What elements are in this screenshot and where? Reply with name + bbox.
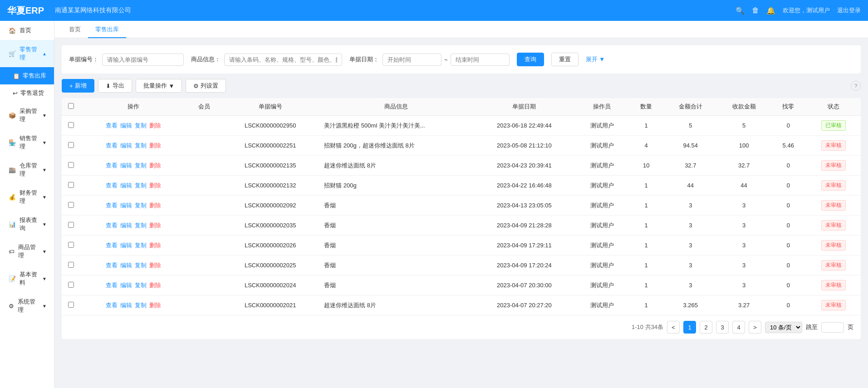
- row-checkbox-cell: [62, 236, 80, 255]
- logout-btn[interactable]: 退出登录: [837, 6, 861, 15]
- sidebar-group-product[interactable]: 🏷 商品管理 ▼: [0, 238, 54, 265]
- action-删除[interactable]: 删除: [149, 142, 161, 149]
- row-date: 2023-04-07 20:27:20: [473, 295, 575, 315]
- action-查看[interactable]: 查看: [106, 242, 118, 249]
- action-查看[interactable]: 查看: [106, 162, 118, 169]
- action-查看[interactable]: 查看: [106, 182, 118, 189]
- bell-icon[interactable]: 🔔: [766, 6, 775, 15]
- action-查看[interactable]: 查看: [106, 222, 118, 229]
- date-start-input[interactable]: [383, 54, 441, 66]
- action-复制[interactable]: 复制: [135, 282, 147, 289]
- row-checkbox[interactable]: [68, 202, 74, 208]
- action-复制[interactable]: 复制: [135, 142, 147, 149]
- batch-button[interactable]: 批量操作 ▼: [136, 79, 182, 93]
- action-查看[interactable]: 查看: [106, 142, 118, 149]
- sidebar-group-sales[interactable]: 🏪 销售管理 ▼: [0, 129, 54, 156]
- sidebar-group-warehouse[interactable]: 🏬 仓库管理 ▼: [0, 156, 54, 183]
- product-info-input[interactable]: [224, 54, 342, 66]
- tab-home[interactable]: 首页: [62, 22, 88, 38]
- action-编辑[interactable]: 编辑: [120, 302, 132, 309]
- page-prev-btn[interactable]: <: [667, 321, 680, 334]
- action-复制[interactable]: 复制: [135, 162, 147, 169]
- action-复制[interactable]: 复制: [135, 262, 147, 269]
- tab-retail-out[interactable]: 零售出库: [88, 22, 126, 38]
- action-编辑[interactable]: 编辑: [120, 262, 132, 269]
- action-复制[interactable]: 复制: [135, 182, 147, 189]
- action-查看[interactable]: 查看: [106, 302, 118, 309]
- sidebar-item-retail-return[interactable]: ↩ 零售退货: [0, 84, 54, 102]
- select-all-checkbox[interactable]: [68, 103, 74, 109]
- row-member: [187, 295, 222, 315]
- row-quantity: 1: [628, 275, 664, 295]
- action-编辑[interactable]: 编辑: [120, 222, 132, 229]
- page-btn-2[interactable]: 2: [700, 321, 712, 334]
- action-删除[interactable]: 删除: [149, 222, 161, 229]
- action-删除[interactable]: 删除: [149, 122, 161, 129]
- action-编辑[interactable]: 编辑: [120, 162, 132, 169]
- col-received: 收款金额: [717, 98, 771, 116]
- row-checkbox[interactable]: [68, 182, 74, 188]
- action-查看[interactable]: 查看: [106, 122, 118, 129]
- action-复制[interactable]: 复制: [135, 202, 147, 209]
- row-checkbox[interactable]: [68, 122, 74, 128]
- action-查看[interactable]: 查看: [106, 202, 118, 209]
- per-page-select[interactable]: 10 条/页 20 条/页 50 条/页: [765, 322, 802, 333]
- action-编辑[interactable]: 编辑: [120, 122, 132, 129]
- row-checkbox[interactable]: [68, 242, 74, 248]
- goto-input[interactable]: [821, 322, 844, 333]
- sidebar-item-retail-out[interactable]: 📋 零售出库: [0, 67, 54, 84]
- row-operator: 测试用户: [575, 216, 629, 236]
- row-checkbox[interactable]: [68, 302, 74, 308]
- sidebar-item-home[interactable]: 🏠 首页: [0, 21, 54, 40]
- page-btn-4[interactable]: 4: [732, 321, 745, 334]
- action-查看[interactable]: 查看: [106, 282, 118, 289]
- order-no-input[interactable]: [102, 54, 184, 66]
- action-复制[interactable]: 复制: [135, 222, 147, 229]
- action-编辑[interactable]: 编辑: [120, 282, 132, 289]
- sidebar-group-finance[interactable]: 💰 财务管理 ▼: [0, 183, 54, 211]
- sidebar-group-basic[interactable]: 📝 基本资料 ▼: [0, 265, 54, 292]
- row-checkbox[interactable]: [68, 222, 74, 228]
- action-删除[interactable]: 删除: [149, 262, 161, 269]
- action-删除[interactable]: 删除: [149, 202, 161, 209]
- sidebar-group-retail[interactable]: 🛒 零售管理 ▲: [0, 40, 54, 67]
- action-复制[interactable]: 复制: [135, 122, 147, 129]
- sidebar-group-purchase[interactable]: 📦 采购管理 ▼: [0, 102, 54, 129]
- help-button[interactable]: ?: [851, 81, 861, 91]
- action-查看[interactable]: 查看: [106, 262, 118, 269]
- row-checkbox[interactable]: [68, 142, 74, 148]
- page-btn-3[interactable]: 3: [716, 321, 729, 334]
- expand-button[interactable]: 展开 ▼: [586, 55, 605, 64]
- action-删除[interactable]: 删除: [149, 302, 161, 309]
- export-button[interactable]: ⬇ 导出: [98, 79, 132, 93]
- row-checkbox[interactable]: [68, 262, 74, 268]
- action-编辑[interactable]: 编辑: [120, 142, 132, 149]
- reset-button[interactable]: 重置: [551, 53, 579, 66]
- action-删除[interactable]: 删除: [149, 182, 161, 189]
- columns-button[interactable]: ⚙ 列设置: [186, 79, 226, 93]
- row-member: [187, 216, 222, 236]
- date-end-input[interactable]: [451, 54, 510, 66]
- action-复制[interactable]: 复制: [135, 242, 147, 249]
- row-member: [187, 156, 222, 176]
- new-button[interactable]: + 新增: [62, 79, 94, 93]
- row-change: 0: [771, 236, 806, 255]
- sidebar-group-system[interactable]: ⚙ 系统管理 ▼: [0, 292, 54, 319]
- action-删除[interactable]: 删除: [149, 242, 161, 249]
- search-icon[interactable]: 🔍: [736, 6, 745, 15]
- action-编辑[interactable]: 编辑: [120, 182, 132, 189]
- action-编辑[interactable]: 编辑: [120, 242, 132, 249]
- page-btn-1[interactable]: 1: [683, 321, 696, 334]
- page-next-btn[interactable]: >: [749, 321, 761, 334]
- filter-row: 单据编号： 商品信息： 单据日期： ~: [69, 53, 853, 66]
- row-change: 5.46: [771, 136, 806, 156]
- action-复制[interactable]: 复制: [135, 302, 147, 309]
- action-编辑[interactable]: 编辑: [120, 202, 132, 209]
- action-删除[interactable]: 删除: [149, 282, 161, 289]
- search-button[interactable]: 查询: [517, 53, 544, 66]
- row-checkbox[interactable]: [68, 282, 74, 288]
- sidebar-group-report[interactable]: 📊 报表查询 ▼: [0, 211, 54, 238]
- action-删除[interactable]: 删除: [149, 162, 161, 169]
- row-checkbox[interactable]: [68, 162, 74, 168]
- trash-icon[interactable]: 🗑: [752, 6, 759, 15]
